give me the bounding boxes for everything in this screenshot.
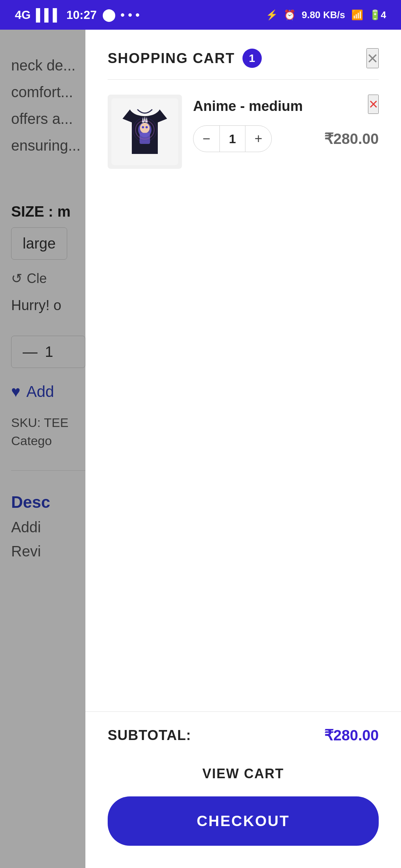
svg-point-5 bbox=[140, 123, 150, 133]
battery-icon: 🔋4 bbox=[369, 9, 386, 21]
cart-title: SHOPPING CART bbox=[108, 50, 235, 66]
qty-value: 1 bbox=[219, 126, 245, 152]
bluetooth-icon: ⚡ bbox=[266, 9, 278, 21]
view-cart-button[interactable]: VIEW CART bbox=[108, 759, 379, 789]
qty-increase-button[interactable]: + bbox=[245, 126, 271, 152]
cart-item-qty-row: − 1 + ₹280.00 bbox=[193, 125, 379, 152]
status-bar: 4G ▌▌▌ 10:27 ⬤ • • • ⚡ ⏰ 9.80 KB/s 📶 🔋4 bbox=[0, 0, 401, 30]
subtotal-value: ₹280.00 bbox=[324, 727, 379, 744]
signal-bars: ▌▌▌ bbox=[36, 8, 61, 22]
cart-header: SHOPPING CART 1 × bbox=[85, 30, 401, 79]
svg-point-7 bbox=[146, 126, 148, 128]
cart-item-details: Anime - medium − 1 + ₹280.00 bbox=[193, 95, 379, 152]
alarm-icon: ⏰ bbox=[284, 9, 296, 21]
product-image-svg bbox=[111, 98, 178, 165]
wifi-icon: 📶 bbox=[351, 9, 363, 21]
cart-count-badge: 1 bbox=[242, 49, 262, 68]
app-icon: ⬤ bbox=[102, 8, 115, 22]
cart-close-button[interactable]: × bbox=[366, 48, 379, 68]
cart-item-remove-button[interactable]: × bbox=[368, 95, 379, 114]
qty-decrease-button[interactable]: − bbox=[193, 126, 219, 152]
cart-item-price: ₹280.00 bbox=[324, 130, 379, 147]
speed-display: 9.80 KB/s bbox=[301, 9, 345, 21]
qty-controls: − 1 + bbox=[193, 125, 272, 152]
time-display: 10:27 bbox=[66, 8, 97, 22]
more-icon: • • • bbox=[121, 8, 140, 22]
cart-panel: SHOPPING CART 1 × bbox=[85, 30, 401, 868]
svg-point-6 bbox=[142, 126, 144, 128]
status-right: ⚡ ⏰ 9.80 KB/s 📶 🔋4 bbox=[266, 9, 386, 21]
subtotal-label: SUBTOTAL: bbox=[108, 727, 191, 743]
subtotal-row: SUBTOTAL: ₹280.00 bbox=[108, 727, 379, 744]
status-left: 4G ▌▌▌ 10:27 ⬤ • • • bbox=[15, 8, 140, 22]
network-indicator: 4G bbox=[15, 8, 31, 22]
cart-footer: SUBTOTAL: ₹280.00 VIEW CART CHECKOUT bbox=[85, 711, 401, 868]
cart-title-group: SHOPPING CART 1 bbox=[108, 49, 262, 68]
checkout-button[interactable]: CHECKOUT bbox=[108, 796, 379, 846]
cart-item-name: Anime - medium bbox=[193, 98, 379, 114]
cart-items-container: Anime - medium − 1 + ₹280.00 × bbox=[85, 80, 401, 711]
cart-item-image bbox=[108, 95, 182, 169]
cart-item: Anime - medium − 1 + ₹280.00 × bbox=[108, 95, 379, 169]
